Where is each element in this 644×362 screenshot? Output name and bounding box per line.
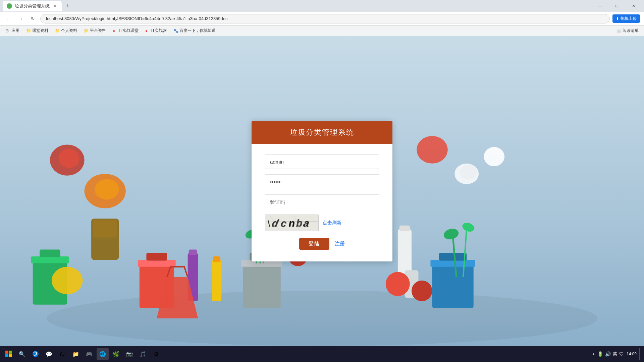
tab-bar: 垃圾分类管理系统 ✕ + bbox=[3, 1, 590, 11]
card-body: \ d c n b a bbox=[252, 144, 392, 261]
bookmark-reading-list[interactable]: 📖 阅读清单 bbox=[614, 26, 641, 35]
bookmark-personal-label: 个人资料 bbox=[61, 28, 77, 34]
svg-rect-58 bbox=[5, 351, 8, 354]
taskbar: 🔍 💬 🗂 📁 🎮 🌐 🌿 📷 🎵 ⚙ ▲ 🔋 🔊 英 🛡 14:09 bbox=[0, 346, 644, 362]
taskbar-right: ▲ 🔋 🔊 英 🛡 14:09 bbox=[592, 348, 641, 360]
svg-rect-61 bbox=[9, 354, 12, 357]
time-display[interactable]: 14:09 bbox=[627, 351, 637, 357]
bookmark-classroom[interactable]: 📁 课堂资料 bbox=[23, 26, 51, 35]
new-tab-button[interactable]: + bbox=[63, 1, 72, 11]
page-content: 垃圾分类管理系统 bbox=[0, 36, 644, 346]
wechat-icon[interactable]: 💬 bbox=[43, 348, 55, 360]
bookmark-apps-label: 应用 bbox=[11, 28, 19, 34]
forward-btn[interactable]: → bbox=[16, 14, 25, 23]
clock-time: 14:09 bbox=[627, 351, 637, 357]
address-input[interactable] bbox=[40, 14, 610, 23]
address-icons: ⬆ 拖拽上传 bbox=[612, 14, 640, 23]
maximize-btn[interactable]: □ bbox=[609, 1, 625, 11]
refresh-captcha-link[interactable]: 点击刷新 bbox=[323, 220, 341, 226]
captcha-text: \ d c n b a bbox=[265, 215, 319, 231]
username-input[interactable] bbox=[265, 154, 379, 169]
upload-icon: ⬆ bbox=[616, 16, 619, 21]
upload-btn[interactable]: ⬆ 拖拽上传 bbox=[612, 14, 640, 23]
system-tray: ▲ 🔋 🔊 英 🛡 bbox=[592, 351, 624, 357]
reading-icon: 📖 bbox=[616, 28, 621, 33]
card-header: 垃圾分类管理系统 bbox=[252, 121, 392, 144]
it-icon-2: ● bbox=[145, 28, 150, 33]
bookmark-it-course-label: IT实战课堂 bbox=[119, 28, 139, 34]
svg-text:b: b bbox=[296, 217, 303, 229]
file-manager-icon[interactable]: 🗂 bbox=[56, 348, 68, 360]
captcha-svg: \ d c n b a bbox=[265, 215, 319, 230]
show-desktop-btn[interactable] bbox=[639, 348, 641, 360]
title-bar: 垃圾分类管理系统 ✕ + ─ □ ✕ bbox=[0, 0, 644, 12]
tray-network-icon: 🔋 bbox=[597, 351, 603, 357]
btn-row: 登陆 注册 bbox=[265, 238, 379, 250]
svg-text:n: n bbox=[288, 218, 295, 229]
card-title: 垃圾分类管理系统 bbox=[258, 127, 386, 137]
folder-icon-3: 📁 bbox=[84, 28, 89, 33]
start-button[interactable] bbox=[3, 348, 15, 360]
game-icon[interactable]: 🎮 bbox=[83, 348, 95, 360]
address-bar: ← → ↻ ⬆ 拖拽上传 bbox=[0, 12, 644, 25]
svg-rect-60 bbox=[5, 354, 8, 357]
close-btn[interactable]: ✕ bbox=[626, 1, 641, 11]
tray-language[interactable]: 英 bbox=[613, 351, 617, 357]
edge-icon bbox=[32, 351, 39, 357]
bookmark-reading-label: 阅读清单 bbox=[623, 28, 639, 34]
bookmark-classroom-label: 课堂资料 bbox=[32, 28, 48, 34]
tab-close-btn[interactable]: ✕ bbox=[52, 3, 58, 9]
register-link[interactable]: 注册 bbox=[335, 241, 345, 247]
it-icon-1: ● bbox=[113, 28, 117, 33]
window-controls: ─ □ ✕ bbox=[592, 1, 641, 11]
bookmark-platform-label: 平台资料 bbox=[90, 28, 106, 34]
bookmark-apps[interactable]: ⊞ 应用 bbox=[3, 26, 22, 35]
folder-icon-1: 📁 bbox=[26, 28, 31, 33]
windows-logo bbox=[5, 351, 12, 357]
minimize-btn[interactable]: ─ bbox=[592, 1, 608, 11]
app-icon-2[interactable]: 🌿 bbox=[110, 348, 122, 360]
captcha-image[interactable]: \ d c n b a bbox=[265, 215, 319, 231]
search-taskbar-btn[interactable]: 🔍 bbox=[16, 348, 28, 360]
bookmark-it-course[interactable]: ● IT实战课堂 bbox=[110, 26, 141, 35]
bookmark-platform[interactable]: 📁 平台资料 bbox=[81, 26, 109, 35]
login-button[interactable]: 登陆 bbox=[299, 238, 329, 250]
baidu-icon: 🐾 bbox=[173, 28, 178, 33]
tray-sound-icon: 🔊 bbox=[605, 351, 611, 357]
edge-browser-icon[interactable] bbox=[30, 348, 42, 360]
captcha-row: \ d c n b a bbox=[265, 215, 379, 231]
settings-icon[interactable]: ⚙ bbox=[150, 348, 162, 360]
bookmarks-bar: ⊞ 应用 📁 课堂资料 📁 个人资料 📁 平台资料 ● IT实战课堂 ● IT实… bbox=[0, 25, 644, 36]
browser-window: 垃圾分类管理系统 ✕ + ─ □ ✕ ← → ↻ ⬆ 拖拽上传 ⊞ 应用 bbox=[0, 0, 644, 362]
bookmark-it-camp[interactable]: ● IT实战营 bbox=[143, 26, 170, 35]
app-icon-4[interactable]: 🎵 bbox=[137, 348, 149, 360]
folder-icon-2: 📁 bbox=[55, 28, 60, 33]
upload-label: 拖拽上传 bbox=[621, 16, 637, 21]
svg-rect-59 bbox=[9, 351, 12, 354]
bookmark-baidu[interactable]: 🐾 百度一下，你就知道 bbox=[171, 26, 218, 35]
tray-up-arrow[interactable]: ▲ bbox=[592, 352, 595, 356]
tray-antivirus: 🛡 bbox=[619, 351, 624, 357]
app-icon-3[interactable]: 📷 bbox=[123, 348, 136, 360]
active-tab[interactable]: 垃圾分类管理系统 ✕ bbox=[3, 1, 62, 11]
explorer-icon[interactable]: 📁 bbox=[70, 348, 82, 360]
back-btn[interactable]: ← bbox=[4, 14, 13, 23]
refresh-btn[interactable]: ↻ bbox=[28, 14, 38, 23]
captcha-input[interactable] bbox=[265, 194, 379, 209]
login-card: 垃圾分类管理系统 bbox=[252, 121, 392, 261]
bookmark-personal[interactable]: 📁 个人资料 bbox=[52, 26, 80, 35]
tab-favicon bbox=[7, 3, 12, 9]
apps-icon: ⊞ bbox=[5, 28, 10, 33]
app-icon-1[interactable]: 🌐 bbox=[97, 348, 109, 360]
bookmark-baidu-label: 百度一下，你就知道 bbox=[179, 28, 216, 34]
tab-title: 垃圾分类管理系统 bbox=[15, 3, 50, 9]
bookmark-it-camp-label: IT实战营 bbox=[151, 28, 167, 34]
password-input[interactable] bbox=[265, 174, 379, 189]
